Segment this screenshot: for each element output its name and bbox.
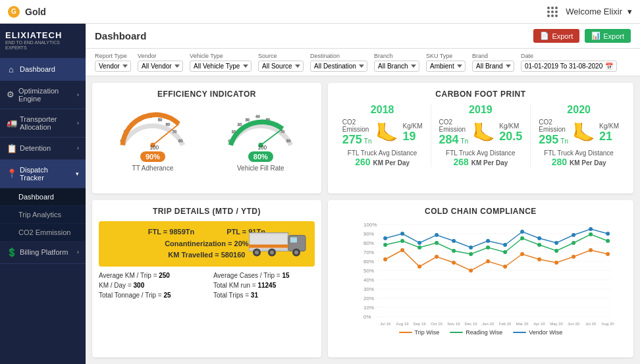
chevron-down-icon[interactable]: ▾ <box>627 7 632 16</box>
trip-stat-avg-km: Average KM / Trip = 250 <box>99 272 200 279</box>
source-select[interactable]: All Source <box>258 61 304 72</box>
tt-badge: 90% <box>140 151 165 162</box>
tt-gauge-svg: 0 10 20 30 40 50 60 70 80 <box>117 104 189 150</box>
filter-label: Source <box>258 53 304 59</box>
svg-text:Nov 19: Nov 19 <box>447 322 460 326</box>
filter-label: Destination <box>310 53 367 59</box>
calendar-icon[interactable]: 📅 <box>605 63 613 70</box>
sidebar-item-label: Detention <box>20 144 51 152</box>
svg-text:Jul 19: Jul 19 <box>380 322 391 326</box>
legend-label: Reading Wise <box>466 329 502 336</box>
svg-text:20: 20 <box>238 122 242 126</box>
sidebar-sub-item-co2[interactable]: CO2 Emmission <box>0 224 86 242</box>
svg-text:0%: 0% <box>363 314 371 320</box>
svg-point-78 <box>503 265 507 269</box>
trip-stats: Average KM / Trip = 250 Average Cases / … <box>99 272 315 299</box>
legend-vendor-wise: Vendor Wise <box>513 329 562 336</box>
svg-point-95 <box>554 249 558 253</box>
dist-label: FTL Truck Avg Distance <box>446 149 516 157</box>
svg-point-108 <box>537 236 541 240</box>
filters-bar: Report Type Vendor Vendor All Vendor Veh… <box>86 49 640 76</box>
export-excel-button[interactable]: 📊 Export <box>585 29 631 43</box>
svg-point-97 <box>589 232 593 236</box>
sidebar-item-dispatch[interactable]: 📍 Dispatch Tracker ▾ <box>0 160 86 188</box>
topbar-right: Welcome Elixir ▾ <box>547 7 632 17</box>
svg-text:Mar 20: Mar 20 <box>516 322 529 326</box>
svg-point-102 <box>435 233 439 237</box>
sidebar-item-label: Transporter Allocation <box>20 115 73 131</box>
kg-label: Kg/KM <box>599 122 619 130</box>
co2-label: CO2 Emission <box>342 118 372 133</box>
carbon-years: 2018 CO2 Emission 275 Tn 🦶 <box>334 104 627 167</box>
svg-point-83 <box>589 248 593 252</box>
sku-select[interactable]: Ambient <box>426 61 466 72</box>
co2-value: 275 <box>342 133 362 147</box>
date-filter[interactable]: 01-01-2019 To 31-08-2020 📅 <box>521 61 617 72</box>
sidebar-item-transporter[interactable]: 🚛 Transporter Allocation › <box>0 109 86 138</box>
co2-value: 295 <box>539 133 558 147</box>
year-label: 2019 <box>469 104 493 116</box>
svg-text:Oct 19: Oct 19 <box>431 322 442 326</box>
trip-title: TRIP DETAILS (MTD / YTD) <box>99 207 315 216</box>
content-header: Dashboard 📄 Export 📊 Export <box>86 24 640 49</box>
branch-select[interactable]: All Branch <box>374 61 419 72</box>
svg-point-91 <box>486 246 490 249</box>
sidebar-item-label: Billing Platform <box>20 248 68 256</box>
vehicle-type-select[interactable]: All Vehicle Type <box>190 61 252 72</box>
svg-point-75 <box>452 261 456 265</box>
dashboard-grid: EFFICIENCY INDICATOR 0 10 20 30 <box>86 76 640 364</box>
vendor-select[interactable]: All Vendor <box>138 61 183 72</box>
svg-point-74 <box>435 255 439 259</box>
topbar-left: G Gold <box>8 6 46 18</box>
filter-label: Branch <box>374 53 419 59</box>
brand-select[interactable]: All Brand <box>472 61 514 72</box>
export-pdf-button[interactable]: 📄 Export <box>533 29 579 43</box>
carbon-card: CARBON FOOT PRINT 2018 CO2 Emission 275 … <box>328 83 633 194</box>
svg-point-109 <box>554 241 558 245</box>
report-type-select[interactable]: Vendor <box>95 61 131 72</box>
carbon-title: CARBON FOOT PRINT <box>334 90 627 99</box>
svg-point-33 <box>294 251 298 255</box>
sidebar-item-detention[interactable]: 📋 Detention › <box>0 138 86 160</box>
filter-label: Date <box>521 53 617 59</box>
efficiency-title: EFFICIENCY INDICATOR <box>99 90 315 99</box>
sidebar-logo: ELIXIATECH END TO END ANALYTICS EXPERTS <box>0 24 86 59</box>
legend-trip-wise: Trip Wise <box>399 329 440 336</box>
date-value: 01-01-2019 To 31-08-2020 <box>525 63 602 70</box>
sidebar-item-optimization[interactable]: ⚙ Optimization Engine › <box>0 81 86 109</box>
co2-label: CO2 Emission <box>539 118 568 133</box>
svg-point-84 <box>606 252 610 256</box>
app-title: Gold <box>25 7 46 17</box>
logo-letter: G <box>11 8 16 15</box>
sidebar-submenu: Dashboard Trip Analytics CO2 Emmission <box>0 188 86 242</box>
sidebar-item-label: Dashboard <box>20 65 55 73</box>
efficiency-card: EFFICIENCY INDICATOR 0 10 20 30 <box>92 83 321 194</box>
tt-label: TT Adherance <box>132 165 174 172</box>
tt-adherance-gauge: 0 10 20 30 40 50 60 70 80 <box>117 104 189 172</box>
grid-icon[interactable] <box>547 7 558 17</box>
svg-point-100 <box>400 232 404 236</box>
destination-select[interactable]: All Destination <box>310 61 367 72</box>
footprint-icon: 🦶 <box>472 122 495 143</box>
svg-point-85 <box>383 243 387 247</box>
svg-text:Aug 20: Aug 20 <box>601 322 614 326</box>
svg-text:80: 80 <box>286 139 290 143</box>
svg-text:30%: 30% <box>363 286 374 292</box>
svg-text:40%: 40% <box>363 277 374 283</box>
sidebar-sub-item-dashboard[interactable]: Dashboard <box>0 188 86 206</box>
sidebar-item-dashboard[interactable]: ⌂ Dashboard <box>0 59 86 81</box>
svg-point-96 <box>572 241 575 245</box>
sidebar-item-billing[interactable]: 💲 Billing Platform › <box>0 242 86 264</box>
kg-label: Kg/KM <box>499 122 522 130</box>
co2-label: CO2 Emission <box>439 118 469 133</box>
legend-dot-orange <box>399 332 412 333</box>
trip-stat-avg-cases: Average Cases / Trip = 15 <box>213 272 315 279</box>
svg-point-72 <box>400 248 404 252</box>
filter-sku: SKU Type Ambient <box>426 53 466 72</box>
svg-text:90%: 90% <box>363 231 374 237</box>
svg-text:May 20: May 20 <box>550 322 563 326</box>
sidebar-sub-item-trip[interactable]: Trip Analytics <box>0 206 86 224</box>
footprint-icon: 🦶 <box>375 122 398 143</box>
svg-point-104 <box>469 246 473 249</box>
svg-point-94 <box>537 243 541 247</box>
